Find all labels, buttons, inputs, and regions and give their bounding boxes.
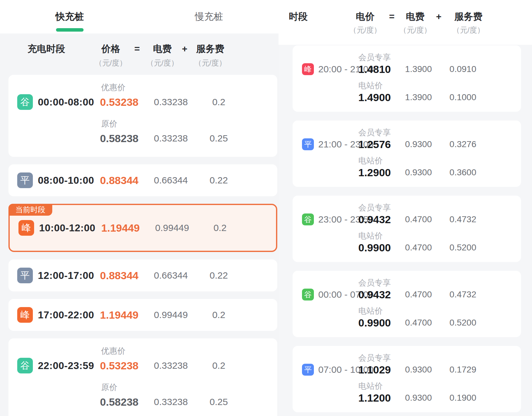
price-group: 峰 10:00-12:00 1.19449 0.99449 0.2 [10, 220, 276, 236]
fee-value: 0.33238 [152, 397, 189, 407]
service-value: 0.22 [197, 270, 241, 281]
period-cell: 谷 00:00 - 07:00 [293, 289, 358, 300]
price-value: 0.9900 [358, 317, 404, 329]
period-cell: 平 12:00-17:00 [8, 268, 100, 283]
service-value: 0.2 [197, 97, 241, 107]
price-value: 0.58238 [100, 396, 139, 408]
period-cell: 平 08:00-10:00 [8, 172, 100, 188]
fee-value: 0.99449 [152, 310, 189, 320]
tab-fast-charger[interactable]: 快充桩 [0, 0, 139, 33]
fee-value: 0.33238 [152, 360, 189, 371]
service-value: 0.1729 [432, 365, 476, 375]
rate-card-flat-morning: 会员专享 平 07:00 - 10:00 1.1029 0.9300 0.172… [293, 346, 521, 412]
valley-badge: 谷 [302, 289, 314, 300]
valley-badge: 谷 [302, 213, 314, 225]
fee-value: 0.9300 [404, 139, 432, 149]
price-group: 峰 17:00-22:00 1.19449 0.99449 0.2 [8, 307, 277, 323]
plus-sign: + [181, 43, 188, 55]
rate-card-peak: 会员专享 峰 20:00 - 21:00 1.4810 1.3900 0.091… [293, 45, 521, 112]
price-label: 会员专享 [358, 53, 521, 62]
price-label: 会员专享 [358, 128, 521, 137]
fee-value: 0.4700 [404, 243, 432, 253]
right-table-header: 时段 电价 （元/度） = 电费 （元/度） + 服务费 （元/度） [279, 0, 532, 45]
fee-value: 1.3900 [404, 92, 432, 102]
price-value: 0.9432 [358, 213, 404, 226]
service-value: 0.3276 [432, 139, 476, 149]
price-label: 会员专享 [358, 203, 521, 212]
service-value: 0.3600 [432, 167, 476, 177]
price-group-member: 会员专享 谷 23:00 - 23:59 0.9432 0.4700 0.473… [293, 203, 521, 226]
period-cell: 平 21:00 - 23:00 [293, 138, 358, 150]
price-label: 优惠价 [101, 83, 277, 92]
price-label: 电站价 [358, 231, 521, 240]
price-value: 1.1029 [358, 364, 404, 376]
price-line: 峰 20:00 - 21:00 1.4810 1.3900 0.0910 [293, 63, 521, 75]
price-line: 峰 10:00-12:00 1.19449 0.99449 0.2 [10, 220, 276, 236]
price-value: 0.58238 [100, 132, 139, 145]
period-cell: 峰 17:00-22:00 [8, 307, 100, 323]
price-label: 电站价 [358, 382, 521, 390]
rate-card-valley-early: 会员专享 谷 00:00 - 07:00 0.9432 0.4700 0.473… [293, 271, 521, 337]
price-group-member: 会员专享 平 21:00 - 23:00 1.2576 0.9300 0.327… [293, 128, 521, 151]
price-line: 平 07:00 - 10:00 1.1029 0.9300 0.1729 [293, 363, 521, 376]
rate-card-valley: 会员专享 谷 23:00 - 23:59 0.9432 0.4700 0.473… [293, 196, 521, 262]
header-price-unit: （元/度） [349, 25, 381, 35]
period-cell: 谷 00:00-08:00 [8, 94, 100, 110]
period-time: 00:00-08:00 [38, 96, 94, 108]
header-service-unit: （元/度） [194, 58, 227, 68]
price-label: 电站价 [358, 156, 521, 165]
price-value: 1.2900 [358, 167, 404, 179]
price-value: 1.1200 [358, 392, 404, 404]
header-fee-label: 电费 [406, 11, 425, 23]
rate-card-flat: 会员专享 平 21:00 - 23:00 1.2576 0.9300 0.327… [293, 121, 521, 187]
period-cell: 峰 10:00-12:00 [10, 220, 101, 236]
price-line: 谷 00:00-08:00 0.53238 0.33238 0.2 [8, 94, 277, 110]
header-fee-col: 电费 （元/度） [144, 43, 181, 68]
flat-badge: 平 [17, 172, 33, 188]
fee-value: 0.99449 [154, 223, 191, 233]
valley-badge: 谷 [17, 94, 33, 110]
period-cell: 谷 22:00-23:59 [8, 358, 100, 373]
left-table-header: 充电时段 价格 （元/度） = 电费 （元/度） + 服务费 （元/度） [0, 33, 279, 75]
price-label: 会员专享 [358, 353, 521, 362]
service-value: 0.1000 [432, 92, 476, 102]
price-line: 平 08:00-10:00 0.88344 0.66344 0.22 [8, 172, 277, 188]
period-cell: 平 07:00 - 10:00 [293, 364, 358, 376]
price-value: 1.2576 [358, 138, 404, 151]
equals-sign: = [130, 43, 144, 55]
service-value: 0.4732 [432, 214, 476, 224]
header-service-col: 服务费 （元/度） [445, 11, 492, 35]
price-value: 0.53238 [100, 360, 139, 372]
price-group-station: 电站价 0.9900 0.4700 0.5200 [293, 306, 521, 329]
rate-card-flat-morning: 平 08:00-10:00 0.88344 0.66344 0.22 [8, 164, 277, 196]
price-line: 1.2900 0.9300 0.3600 [293, 166, 521, 179]
flat-badge: 平 [17, 268, 33, 283]
header-charging-period: 充电时段 [0, 43, 91, 55]
price-label: 电站价 [358, 81, 521, 90]
fee-value: 0.33238 [152, 97, 189, 107]
header-price-col: 价格 （元/度） [91, 43, 130, 68]
price-line: 平 21:00 - 23:00 1.2576 0.9300 0.3276 [293, 138, 521, 151]
price-group-station: 电站价 1.1200 0.9300 0.1900 [293, 382, 521, 404]
fee-value: 0.4700 [404, 214, 432, 224]
flat-badge: 平 [302, 364, 314, 376]
header-service-unit: （元/度） [453, 25, 485, 35]
price-label: 优惠价 [101, 347, 277, 355]
period-time: 10:00-12:00 [39, 222, 95, 234]
tab-slow-charger[interactable]: 慢充桩 [139, 0, 279, 33]
header-fee-label: 电费 [153, 43, 172, 55]
equals-sign: = [386, 11, 398, 23]
price-value: 1.4810 [358, 63, 404, 75]
header-price-col: 电价 （元/度） [345, 11, 386, 35]
header-fee-unit: （元/度） [399, 25, 432, 35]
price-line: 0.9900 0.4700 0.5200 [293, 316, 521, 329]
price-value: 0.88344 [100, 174, 139, 187]
price-group-discount: 优惠价 谷 22:00-23:59 0.53238 0.33238 0.2 [8, 347, 277, 373]
price-group-station: 电站价 1.4900 1.3900 0.1000 [293, 81, 521, 104]
service-value: 0.0910 [432, 64, 476, 74]
price-line: 谷 00:00 - 07:00 0.9432 0.4700 0.4732 [293, 288, 521, 301]
header-service-label: 服务费 [454, 11, 483, 23]
price-group-station: 电站价 1.2900 0.9300 0.3600 [293, 156, 521, 179]
period-time: 22:00-23:59 [38, 360, 94, 372]
period-cell: 峰 20:00 - 21:00 [293, 63, 358, 75]
